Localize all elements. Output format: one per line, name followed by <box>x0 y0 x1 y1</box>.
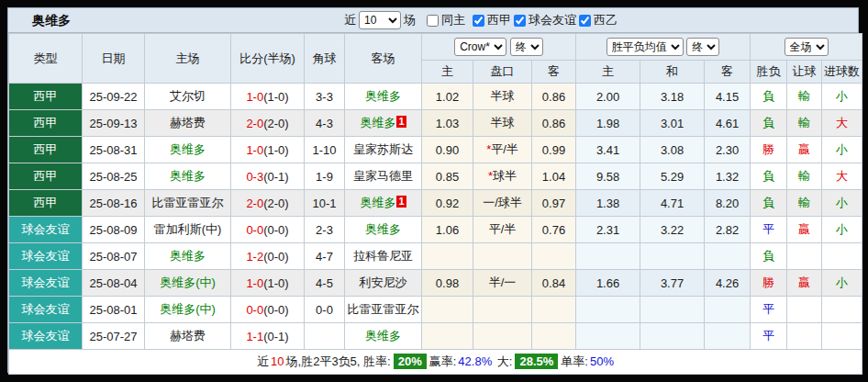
cell-score: 0-3(0-1) <box>231 163 305 190</box>
cell-away-team: 奥维多 <box>345 84 422 110</box>
cell-odds-home: 0.90 <box>422 137 473 163</box>
cell-odds-away <box>532 323 576 350</box>
cell-odds-away <box>532 297 576 323</box>
cell-date: 25-08-25 <box>83 163 145 190</box>
cell-avg-draw: 3.22 <box>640 217 705 243</box>
match-row: 西甲25-08-16比雷亚雷亚尔2-0(2-0)10-1奥维多10.92一/球半… <box>9 190 862 217</box>
cell-away-team: 奥维多1 <box>345 110 422 137</box>
summary-text: 42.8% <box>458 354 492 368</box>
avg-type-select[interactable]: 胜平负均值 <box>606 38 684 56</box>
match-count-select[interactable]: 10 <box>359 11 401 29</box>
cell-home-team: 赫塔费 <box>145 323 231 350</box>
cell-avg-home: 1.98 <box>576 110 640 137</box>
same-home-checkbox[interactable] <box>427 15 439 27</box>
cell-odds-home: 0.85 <box>422 163 473 190</box>
header-result: 胜负 <box>751 61 787 84</box>
avg-stage-select[interactable]: 终 <box>686 38 719 56</box>
summary-row: 近10场,胜2平3负5, 胜率:20%赢率:42.8% 大:28.5%单率:50… <box>9 350 862 375</box>
cell-result: 負 <box>751 243 787 270</box>
cell-avg-away: 1.32 <box>705 163 751 190</box>
cell-avg-draw: 3.01 <box>640 110 705 137</box>
summary-text: 10 <box>271 354 284 368</box>
cell-score: 0-0(0-0) <box>231 297 305 323</box>
odds-stage-select[interactable]: 终 <box>510 38 543 56</box>
cell-avg-away <box>705 243 751 270</box>
cell-league-type: 球会友谊 <box>9 217 83 243</box>
cell-goals <box>822 243 862 270</box>
cell-handicap-result: 贏 <box>787 270 822 297</box>
header-corner: 角球 <box>305 34 345 84</box>
cell-score: 1-2(0-0) <box>231 243 305 270</box>
cell-corners: 1-10 <box>305 137 345 163</box>
match-row: 球会友谊25-08-09雷加利斯(中)0-0(0-0)2-3奥维多1.06平/半… <box>9 217 862 243</box>
cell-avg-home: 2.31 <box>576 217 640 243</box>
header-date: 日期 <box>83 34 145 84</box>
cell-league-type: 球会友谊 <box>9 323 83 350</box>
cell-handicap <box>473 297 532 323</box>
cell-handicap-result: 贏 <box>787 217 822 243</box>
cell-handicap-result <box>787 323 822 350</box>
cell-result: 負 <box>751 190 787 217</box>
cell-home-team: 奥维多(中) <box>145 270 231 297</box>
cell-odds-away: 0.84 <box>532 270 576 297</box>
cell-home-team: 艾尔切 <box>145 84 231 110</box>
odds-group-header: Crow* 终 <box>422 34 576 61</box>
match-row: 西甲25-08-25奥维多0-3(0-1)1-9皇家马德里0.85*球半1.04… <box>9 163 862 190</box>
cell-corners: 4-5 <box>305 270 345 297</box>
cell-league-type: 西甲 <box>9 190 83 217</box>
header-score: 比分(半场) <box>231 34 305 84</box>
team-title: 奥维多 <box>32 13 71 29</box>
filter-laliga-checkbox[interactable] <box>473 15 484 27</box>
stats-panel: 奥维多 近 10 场 同主 西甲 球会友谊 西乙 类型 日期 <box>7 7 859 373</box>
cell-avg-home: 1.66 <box>576 270 640 297</box>
cell-result: 勝 <box>751 137 787 163</box>
header-home: 主场 <box>145 34 231 84</box>
cell-avg-home: 2.00 <box>576 84 640 110</box>
cell-odds-away: 0.76 <box>532 217 576 243</box>
cell-home-team: 奥维多(中) <box>145 297 231 323</box>
cell-away-team: 拉科鲁尼亚 <box>345 243 422 270</box>
cell-avg-home: 3.41 <box>576 137 640 163</box>
cell-league-type: 球会友谊 <box>9 297 83 323</box>
cell-goals: 小 <box>822 217 862 243</box>
summary-text: 50% <box>590 354 614 368</box>
cell-result: 負 <box>751 110 787 137</box>
cell-goals: 小 <box>822 190 862 217</box>
cell-avg-draw: 5.29 <box>640 163 705 190</box>
cell-handicap-result: 輸 <box>787 84 822 110</box>
cell-date: 25-08-16 <box>83 190 145 217</box>
cell-avg-away: 4.26 <box>705 270 751 297</box>
cell-date: 25-08-31 <box>83 137 145 163</box>
cell-score: 1-0(1-0) <box>231 137 305 163</box>
cell-handicap: 半球 <box>473 84 532 110</box>
cell-odds-away: 0.86 <box>532 84 576 110</box>
cell-handicap: 一/球半 <box>473 190 532 217</box>
cell-league-type: 西甲 <box>9 110 83 137</box>
cell-handicap <box>473 323 532 350</box>
filter-laliga2-checkbox[interactable] <box>579 15 591 27</box>
cell-avg-draw <box>640 243 705 270</box>
header-goals: 进球数 <box>822 61 862 84</box>
cell-result: 平 <box>751 323 787 350</box>
cell-handicap-result: 輸 <box>787 163 822 190</box>
matches-table: 类型 日期 主场 比分(半场) 角球 客场 Crow* 终 胜平负均值 终 全场 <box>8 33 862 375</box>
scope-select[interactable]: 全场 <box>785 38 829 56</box>
cell-date: 25-07-27 <box>83 323 145 350</box>
match-row: 球会友谊25-07-27赫塔费1-1(0-1)奥维多平 <box>9 323 862 350</box>
bookmaker-select[interactable]: Crow* <box>454 38 506 56</box>
cell-avg-home <box>576 243 640 270</box>
cell-corners: 10-1 <box>305 190 345 217</box>
cell-avg-away: 2.82 <box>705 217 751 243</box>
cell-result: 負 <box>751 163 787 190</box>
cell-avg-away: 4.61 <box>705 110 751 137</box>
filter-controls: 近 10 场 同主 西甲 球会友谊 西乙 <box>344 10 618 30</box>
cell-league-type: 西甲 <box>9 84 83 110</box>
cell-odds-away: 1.04 <box>532 163 576 190</box>
cell-handicap-result <box>787 297 822 323</box>
cell-handicap-result: 贏 <box>787 137 822 163</box>
filter-club-friendly-checkbox[interactable] <box>514 15 526 27</box>
cell-score: 1-1(0-1) <box>231 323 305 350</box>
cell-handicap: *平/半 <box>473 137 532 163</box>
cell-league-type: 西甲 <box>9 163 83 190</box>
cell-corners: 0-0 <box>305 297 345 323</box>
